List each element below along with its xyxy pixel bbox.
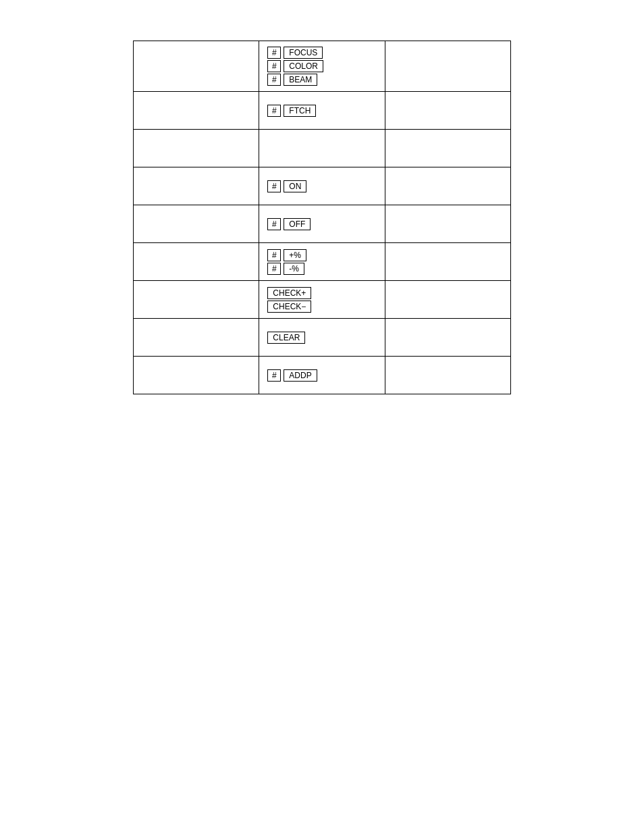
off-button[interactable]: OFF <box>284 218 311 230</box>
hash-icon-off: # <box>267 218 281 230</box>
key-row-clear: CLEAR <box>267 332 376 344</box>
right-cell-5 <box>385 205 510 243</box>
mid-cell-9: # ADDP <box>259 357 385 394</box>
right-cell-4 <box>385 167 510 205</box>
key-row-focus: # FOCUS <box>267 47 376 59</box>
mid-cell-3 <box>259 130 385 167</box>
on-button[interactable]: ON <box>284 180 306 192</box>
color-button[interactable]: COLOR <box>284 60 323 72</box>
left-cell-4 <box>134 167 259 205</box>
table-row: # +% # -% <box>134 243 511 281</box>
clear-button[interactable]: CLEAR <box>267 332 305 344</box>
table-row: CHECK+ CHECK− <box>134 281 511 319</box>
mid-cell-2: # FTCH <box>259 92 385 130</box>
mid-cell-5: # OFF <box>259 205 385 243</box>
hash-icon-addp: # <box>267 369 281 382</box>
right-cell-2 <box>385 92 510 130</box>
plus-percent-button[interactable]: +% <box>284 249 306 261</box>
right-cell-6 <box>385 243 510 281</box>
beam-button[interactable]: BEAM <box>284 74 317 86</box>
mid-cell-7: CHECK+ CHECK− <box>259 281 385 319</box>
command-table: # FOCUS # COLOR # BEAM <box>133 41 511 394</box>
left-cell-8 <box>134 319 259 357</box>
left-cell-2 <box>134 92 259 130</box>
hash-icon-ftch: # <box>267 105 281 117</box>
left-cell-5 <box>134 205 259 243</box>
minus-percent-button[interactable]: -% <box>284 263 304 275</box>
table-row: # ADDP <box>134 357 511 394</box>
hash-icon-plus-percent: # <box>267 249 281 261</box>
key-row-check-plus: CHECK+ <box>267 287 376 299</box>
mid-cell-8: CLEAR <box>259 319 385 357</box>
key-row-off: # OFF <box>267 218 376 230</box>
table-row: CLEAR <box>134 319 511 357</box>
key-group-ftch: # FTCH <box>267 105 376 117</box>
left-cell-1 <box>134 41 259 92</box>
left-cell-6 <box>134 243 259 281</box>
right-cell-7 <box>385 281 510 319</box>
check-plus-button[interactable]: CHECK+ <box>267 287 311 299</box>
table-row: # ON <box>134 167 511 205</box>
check-minus-button[interactable]: CHECK− <box>267 301 311 313</box>
key-group-check: CHECK+ CHECK− <box>267 287 376 313</box>
addp-button[interactable]: ADDP <box>284 369 317 382</box>
hash-icon-on: # <box>267 180 281 192</box>
key-group-clear: CLEAR <box>267 332 376 344</box>
key-group-percent: # +% # -% <box>267 249 376 275</box>
table-row: # FOCUS # COLOR # BEAM <box>134 41 511 92</box>
key-group-focus-color-beam: # FOCUS # COLOR # BEAM <box>267 47 376 86</box>
left-cell-9 <box>134 357 259 394</box>
right-cell-3 <box>385 130 510 167</box>
key-group-addp: # ADDP <box>267 369 376 382</box>
ftch-button[interactable]: FTCH <box>284 105 316 117</box>
key-row-check-minus: CHECK− <box>267 301 376 313</box>
key-row-on: # ON <box>267 180 376 192</box>
key-row-plus-percent: # +% <box>267 249 376 261</box>
hash-icon-color: # <box>267 60 281 72</box>
key-row-beam: # BEAM <box>267 74 376 86</box>
focus-button[interactable]: FOCUS <box>284 47 323 59</box>
mid-cell-6: # +% # -% <box>259 243 385 281</box>
left-cell-7 <box>134 281 259 319</box>
hash-icon-focus: # <box>267 47 281 59</box>
key-row-ftch: # FTCH <box>267 105 376 117</box>
table-row <box>134 130 511 167</box>
right-cell-1 <box>385 41 510 92</box>
key-row-addp: # ADDP <box>267 369 376 382</box>
table-row: # FTCH <box>134 92 511 130</box>
key-group-off: # OFF <box>267 218 376 230</box>
key-row-minus-percent: # -% <box>267 263 376 275</box>
right-cell-9 <box>385 357 510 394</box>
hash-icon-beam: # <box>267 74 281 86</box>
left-cell-3 <box>134 130 259 167</box>
mid-cell-1: # FOCUS # COLOR # BEAM <box>259 41 385 92</box>
key-group-on: # ON <box>267 180 376 192</box>
table-row: # OFF <box>134 205 511 243</box>
mid-cell-4: # ON <box>259 167 385 205</box>
right-cell-8 <box>385 319 510 357</box>
hash-icon-minus-percent: # <box>267 263 281 275</box>
key-row-color: # COLOR <box>267 60 376 72</box>
